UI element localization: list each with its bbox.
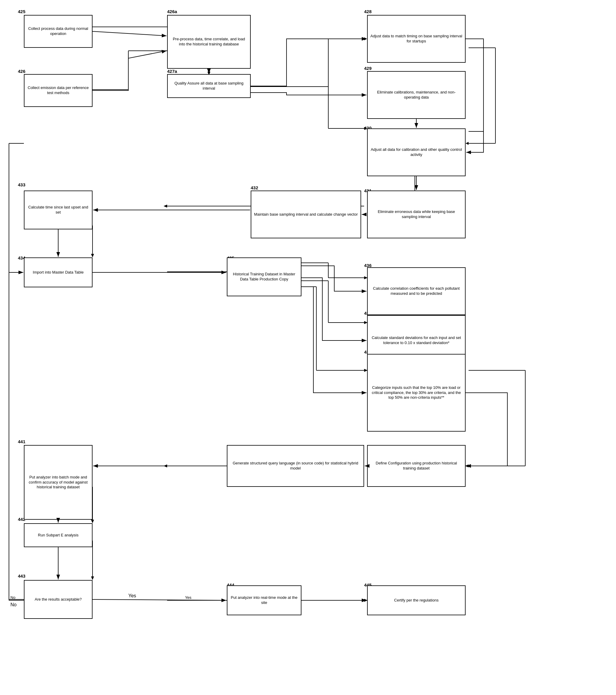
box-433: Calculate time since last upset and set	[24, 190, 92, 230]
svg-marker-11	[364, 37, 367, 40]
box-443: Are the results acceptable?	[24, 580, 92, 619]
label-426a: 426a	[167, 9, 177, 14]
yes-label: Yes	[185, 595, 192, 600]
box-426: Collect emission data per reference test…	[24, 74, 92, 107]
svg-marker-18	[465, 142, 469, 145]
svg-line-76	[92, 599, 226, 600]
svg-marker-53	[91, 576, 94, 580]
label-426: 426	[18, 69, 25, 74]
svg-text:No: No	[11, 602, 17, 607]
label-429: 429	[364, 66, 372, 71]
box-435: Historical Training Dataset in Master Da…	[227, 257, 301, 296]
box-445: Certify per the regulations	[367, 586, 465, 615]
box-440: Generate structured query language (in s…	[227, 445, 364, 487]
flowchart-diagram: No Yes 425 426 426a 427a 428 429 430 431…	[0, 0, 616, 695]
label-443: 443	[18, 573, 25, 578]
box-438: Categorize inputs such that the top 10% …	[367, 354, 465, 431]
label-428: 428	[364, 9, 372, 14]
svg-marker-25	[163, 205, 167, 207]
box-432: Maintain base sampling interval and calc…	[251, 190, 361, 238]
box-436: Calculate correlation coefficients for e…	[367, 267, 465, 315]
box-428: Adjust data to match timing on base samp…	[367, 15, 465, 63]
label-433: 433	[18, 182, 25, 187]
label-425: 425	[18, 9, 25, 14]
label-432: 432	[251, 185, 258, 190]
box-442: Run Subpart E analysis	[24, 523, 92, 547]
svg-marker-49	[163, 464, 167, 468]
label-427a: 427a	[167, 69, 177, 74]
box-439: Define Configuration using production hi…	[367, 445, 465, 487]
box-431: Eliminate erroneous data while keeping b…	[367, 190, 465, 238]
box-434: Import into Master Data Table	[24, 257, 92, 287]
no-label: No	[11, 595, 16, 600]
box-426a: Pre-process data, time correlate, and lo…	[167, 15, 251, 69]
svg-text:Yes: Yes	[128, 593, 136, 598]
box-427a: Quality Assure all data at base sampling…	[167, 74, 251, 98]
label-441: 441	[18, 439, 25, 444]
box-425: Collect process data during normal opera…	[24, 15, 92, 48]
svg-line-63	[92, 31, 166, 36]
box-444: Put analyzer into real-time mode at the …	[227, 586, 301, 615]
box-441: Put analyzer into batch mode and confirm…	[24, 445, 92, 520]
box-430: Adjust all data for calibration and othe…	[367, 129, 465, 176]
svg-marker-27	[91, 254, 94, 257]
box-429: Eliminate calibrations, maintenance, and…	[367, 71, 465, 119]
svg-marker-51	[91, 520, 94, 523]
